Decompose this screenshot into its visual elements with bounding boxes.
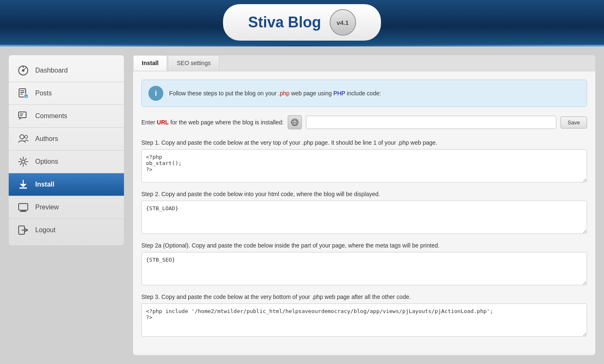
app-title: Stiva Blog — [248, 14, 321, 31]
version-badge: v4.1 — [330, 9, 356, 36]
step2-code[interactable]: {STB_LOAD} — [141, 201, 587, 234]
sidebar-item-dashboard[interactable]: Dashboard — [9, 59, 124, 82]
step2a-code[interactable]: {STB_SEO} — [141, 252, 587, 285]
sidebar-label-options: Options — [35, 158, 58, 165]
info-text: Follow these steps to put the blog on yo… — [169, 90, 381, 97]
options-icon — [17, 155, 29, 168]
svg-rect-13 — [20, 114, 23, 114]
sidebar-label-preview: Preview — [35, 204, 59, 211]
sidebar-item-posts[interactable]: + Posts — [9, 82, 124, 105]
svg-rect-7 — [20, 92, 24, 93]
url-label: Enter URL for the web page where the blo… — [141, 119, 284, 126]
step3-label: Step 3. Copy and paste the code below at… — [141, 294, 587, 300]
install-icon — [17, 178, 29, 191]
main-layout: Dashboard + Posts — [0, 46, 604, 364]
svg-line-3 — [25, 68, 26, 69]
sidebar-item-install[interactable]: Install — [9, 173, 124, 196]
svg-rect-6 — [20, 90, 24, 91]
sidebar-item-logout[interactable]: Logout — [9, 219, 124, 241]
sidebar-label-dashboard: Dashboard — [35, 67, 68, 74]
content-area: Install SEO settings i Follow these step… — [133, 55, 596, 356]
step1-label: Step 1. Copy and paste the code below at… — [141, 139, 587, 146]
svg-rect-11 — [19, 112, 26, 118]
sidebar: Dashboard + Posts — [8, 55, 124, 246]
svg-rect-8 — [20, 94, 23, 95]
svg-point-17 — [22, 160, 25, 163]
sidebar-item-preview[interactable]: Preview — [9, 196, 124, 219]
sidebar-label-logout: Logout — [35, 226, 56, 234]
url-row: Enter URL for the web page where the blo… — [141, 115, 587, 129]
header-title-wrap: Stiva Blog v4.1 — [223, 4, 381, 41]
header: Stiva Blog v4.1 — [0, 0, 604, 45]
globe-button[interactable] — [288, 115, 302, 129]
content-body: i Follow these steps to put the blog on … — [133, 71, 595, 353]
sidebar-item-options[interactable]: Options — [9, 150, 124, 173]
posts-icon: + — [17, 87, 29, 99]
logout-icon — [17, 224, 29, 236]
sidebar-label-comments: Comments — [35, 112, 67, 120]
svg-rect-18 — [19, 187, 27, 189]
save-button[interactable]: Save — [560, 116, 587, 129]
svg-point-15 — [20, 135, 24, 139]
tab-seo-settings[interactable]: SEO settings — [168, 55, 219, 71]
tabs-bar: Install SEO settings — [133, 55, 595, 71]
sidebar-item-comments[interactable]: Comments — [9, 105, 124, 128]
tab-install[interactable]: Install — [133, 55, 167, 71]
step2a-label: Step 2a (Optional). Copy and paste the c… — [141, 242, 587, 249]
comments-icon — [17, 110, 29, 122]
svg-rect-14 — [20, 115, 22, 116]
step3-code[interactable]: <?php include '/home2/mtwilder/public_ht… — [141, 303, 587, 337]
step1-code[interactable]: <?php ob_start(); ?> — [141, 149, 587, 182]
url-input[interactable] — [306, 116, 556, 129]
svg-point-16 — [25, 136, 28, 138]
info-icon: i — [148, 86, 163, 101]
info-box: i Follow these steps to put the blog on … — [141, 80, 587, 107]
svg-text:+: + — [25, 95, 27, 99]
sidebar-label-posts: Posts — [35, 90, 52, 97]
svg-rect-19 — [19, 204, 28, 210]
preview-icon — [17, 201, 29, 214]
dashboard-icon — [17, 64, 29, 77]
sidebar-item-authors[interactable]: Authors — [9, 128, 124, 150]
step2-label: Step 2. Copy and paste the code below in… — [141, 191, 587, 197]
sidebar-label-authors: Authors — [35, 135, 58, 143]
sidebar-label-install: Install — [35, 181, 54, 188]
authors-icon — [17, 133, 29, 145]
